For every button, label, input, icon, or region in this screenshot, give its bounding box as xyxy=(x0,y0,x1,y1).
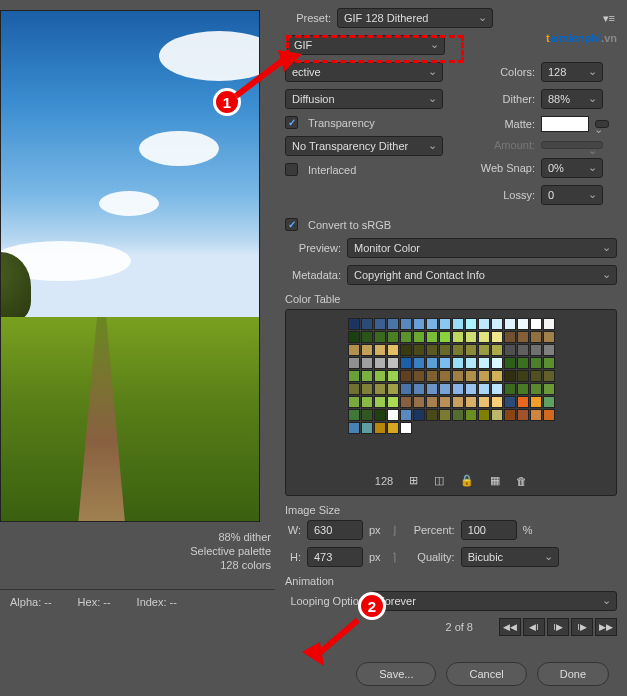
color-swatch[interactable] xyxy=(504,396,516,408)
color-swatch[interactable] xyxy=(543,370,555,382)
color-swatch[interactable] xyxy=(361,344,373,356)
color-swatch[interactable] xyxy=(348,344,360,356)
color-swatch[interactable] xyxy=(400,344,412,356)
first-frame-button[interactable]: ◀◀ xyxy=(499,618,521,636)
color-swatch[interactable] xyxy=(530,357,542,369)
color-swatch[interactable] xyxy=(530,344,542,356)
color-swatch[interactable] xyxy=(517,318,529,330)
color-swatch[interactable] xyxy=(348,396,360,408)
color-swatch[interactable] xyxy=(400,357,412,369)
color-swatch[interactable] xyxy=(465,357,477,369)
color-swatch[interactable] xyxy=(452,409,464,421)
width-input[interactable] xyxy=(307,520,363,540)
color-swatch[interactable] xyxy=(361,409,373,421)
ct-lock-icon[interactable]: 🔒 xyxy=(460,474,474,487)
color-swatch[interactable] xyxy=(517,344,529,356)
color-swatch[interactable] xyxy=(465,318,477,330)
color-swatch[interactable] xyxy=(387,409,399,421)
lossy-select[interactable]: 0 xyxy=(541,185,603,205)
websnap-select[interactable]: 0% xyxy=(541,158,603,178)
color-swatch[interactable] xyxy=(348,409,360,421)
looping-select[interactable]: Forever xyxy=(371,591,617,611)
color-swatch[interactable] xyxy=(517,370,529,382)
color-swatch[interactable] xyxy=(491,344,503,356)
color-swatch[interactable] xyxy=(465,409,477,421)
color-swatch[interactable] xyxy=(413,396,425,408)
dither-method-select[interactable]: Diffusion xyxy=(285,89,443,109)
color-swatch[interactable] xyxy=(400,318,412,330)
color-swatch[interactable] xyxy=(530,370,542,382)
color-swatch[interactable] xyxy=(504,370,516,382)
color-swatch[interactable] xyxy=(530,318,542,330)
link-icon-2[interactable]: ⌉ xyxy=(387,551,401,564)
cancel-button[interactable]: Cancel xyxy=(446,662,526,686)
ct-btn-2[interactable]: ◫ xyxy=(434,474,444,487)
color-swatch[interactable] xyxy=(348,370,360,382)
color-swatch[interactable] xyxy=(491,331,503,343)
color-swatch[interactable] xyxy=(439,331,451,343)
color-swatch[interactable] xyxy=(452,357,464,369)
percent-input[interactable] xyxy=(461,520,517,540)
color-swatch[interactable] xyxy=(452,331,464,343)
color-swatch[interactable] xyxy=(439,396,451,408)
color-swatch[interactable] xyxy=(517,331,529,343)
color-swatch[interactable] xyxy=(543,409,555,421)
save-button[interactable]: Save... xyxy=(356,662,436,686)
color-swatch[interactable] xyxy=(439,383,451,395)
color-swatch[interactable] xyxy=(361,357,373,369)
color-swatch[interactable] xyxy=(426,383,438,395)
color-swatch[interactable] xyxy=(491,318,503,330)
color-swatch[interactable] xyxy=(517,396,529,408)
color-swatch[interactable] xyxy=(439,409,451,421)
preview-select[interactable]: Monitor Color xyxy=(347,238,617,258)
color-swatch[interactable] xyxy=(426,318,438,330)
color-swatch[interactable] xyxy=(465,344,477,356)
color-swatch[interactable] xyxy=(374,370,386,382)
color-swatch[interactable] xyxy=(400,396,412,408)
convert-srgb-checkbox[interactable] xyxy=(285,218,298,231)
color-swatch[interactable] xyxy=(504,383,516,395)
color-swatch[interactable] xyxy=(478,318,490,330)
color-swatch[interactable] xyxy=(387,344,399,356)
metadata-select[interactable]: Copyright and Contact Info xyxy=(347,265,617,285)
color-reduction-select[interactable]: ective xyxy=(285,62,443,82)
color-swatch[interactable] xyxy=(543,318,555,330)
color-swatch[interactable] xyxy=(426,331,438,343)
color-swatch[interactable] xyxy=(387,331,399,343)
color-swatch[interactable] xyxy=(361,422,373,434)
matte-dropdown[interactable] xyxy=(595,120,609,128)
color-swatch[interactable] xyxy=(374,357,386,369)
color-swatch[interactable] xyxy=(465,370,477,382)
color-swatch[interactable] xyxy=(504,344,516,356)
color-swatch[interactable] xyxy=(452,318,464,330)
color-swatch[interactable] xyxy=(439,344,451,356)
color-swatch[interactable] xyxy=(504,357,516,369)
color-swatch[interactable] xyxy=(504,318,516,330)
color-swatch[interactable] xyxy=(413,331,425,343)
play-button[interactable]: I▶ xyxy=(571,618,593,636)
color-swatch[interactable] xyxy=(348,383,360,395)
ct-new-icon[interactable]: ▦ xyxy=(490,474,500,487)
color-swatch[interactable] xyxy=(387,318,399,330)
color-swatch[interactable] xyxy=(439,318,451,330)
color-swatch[interactable] xyxy=(465,383,477,395)
color-swatch[interactable] xyxy=(361,370,373,382)
color-swatch[interactable] xyxy=(530,396,542,408)
format-select[interactable]: GIF xyxy=(287,35,445,55)
color-swatch[interactable] xyxy=(413,383,425,395)
ct-btn-1[interactable]: ⊞ xyxy=(409,474,418,487)
prev-frame-button[interactable]: ◀I xyxy=(523,618,545,636)
color-swatch[interactable] xyxy=(530,409,542,421)
color-swatch[interactable] xyxy=(387,383,399,395)
color-swatch[interactable] xyxy=(400,422,412,434)
color-swatch[interactable] xyxy=(517,383,529,395)
color-swatch[interactable] xyxy=(361,318,373,330)
color-swatch[interactable] xyxy=(491,357,503,369)
color-swatch[interactable] xyxy=(413,318,425,330)
last-frame-button[interactable]: ▶▶ xyxy=(595,618,617,636)
height-input[interactable] xyxy=(307,547,363,567)
color-swatch[interactable] xyxy=(491,409,503,421)
color-swatch[interactable] xyxy=(491,383,503,395)
color-swatch[interactable] xyxy=(517,357,529,369)
color-swatch[interactable] xyxy=(452,344,464,356)
